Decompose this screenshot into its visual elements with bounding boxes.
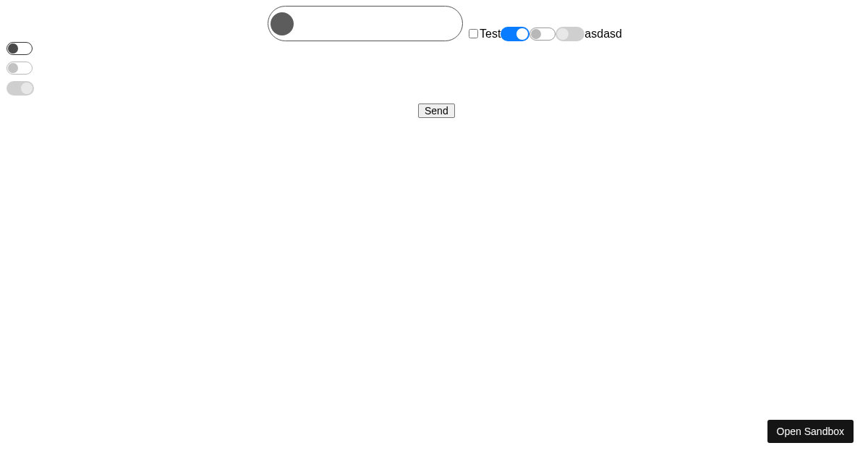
toggle-thumb-icon: [21, 83, 33, 94]
inline-controls: Test asdasd: [466, 27, 622, 41]
toggle-thumb-icon: [8, 43, 18, 54]
test-checkbox[interactable]: [469, 29, 478, 38]
toggle-thumb-icon: [516, 28, 528, 40]
left-toggle-3[interactable]: [7, 81, 34, 96]
toggle-thumb-icon: [531, 29, 541, 39]
toggle-thumb-icon: [557, 28, 569, 40]
checkbox-label: Test: [480, 28, 501, 41]
disabled-toggle[interactable]: [556, 27, 584, 41]
toggle-thumb-icon: [271, 12, 294, 35]
light-toggle[interactable]: [529, 28, 556, 41]
send-button[interactable]: Send: [418, 104, 455, 118]
left-toggle-1[interactable]: [7, 42, 33, 55]
center-row: Test asdasd: [268, 6, 622, 41]
left-toggle-stack: [7, 42, 34, 96]
toggle-thumb-icon: [8, 63, 18, 73]
trailing-text: asdasd: [584, 28, 622, 41]
big-toggle[interactable]: [268, 6, 463, 41]
blue-toggle[interactable]: [501, 27, 529, 41]
left-toggle-2[interactable]: [7, 62, 33, 75]
open-sandbox-button[interactable]: Open Sandbox: [767, 420, 854, 443]
